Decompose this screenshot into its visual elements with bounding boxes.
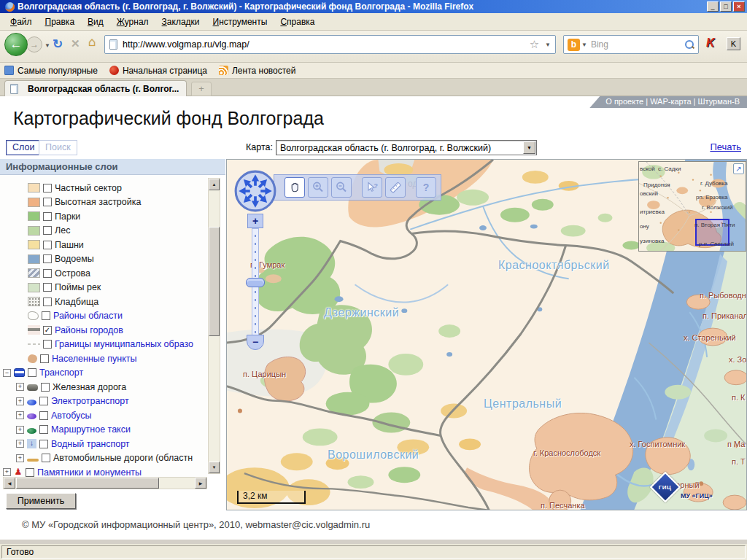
layer-checkbox[interactable] bbox=[41, 383, 50, 392]
bookmark-item[interactable]: Начальная страница bbox=[109, 66, 207, 76]
measure-tool-button[interactable] bbox=[385, 177, 406, 198]
print-link[interactable]: Печать bbox=[710, 141, 741, 152]
plus-box-icon[interactable]: + bbox=[16, 426, 24, 434]
zoom-out-tool-button[interactable] bbox=[331, 177, 352, 198]
layer-row[interactable]: Районы области bbox=[0, 309, 207, 324]
pan-compass-icon[interactable] bbox=[233, 168, 278, 214]
bookmark-item[interactable]: Самые популярные bbox=[4, 66, 98, 76]
layer-row[interactable]: +Водный транспорт bbox=[0, 437, 207, 451]
bookmark-star-icon[interactable]: ☆ bbox=[530, 38, 539, 51]
layer-row[interactable]: Границы муниципальных образо bbox=[0, 338, 207, 352]
map-viewport[interactable]: ?? + − bbox=[226, 159, 747, 510]
layer-row[interactable]: Населенные пункты bbox=[0, 351, 207, 366]
layer-checkbox[interactable] bbox=[39, 440, 48, 448]
scroll-down-button[interactable]: ▼ bbox=[209, 462, 220, 473]
search-magnifier-icon[interactable] bbox=[684, 39, 694, 50]
layer-checkbox[interactable] bbox=[43, 212, 52, 221]
layer-checkbox[interactable] bbox=[43, 184, 52, 192]
minimap-expand-icon[interactable]: ↗ bbox=[733, 163, 744, 174]
tab-search[interactable]: Поиск bbox=[39, 140, 77, 155]
layer-row[interactable]: Пашни bbox=[0, 238, 207, 252]
layer-row[interactable]: Острова bbox=[0, 266, 207, 281]
layer-checkbox[interactable] bbox=[26, 468, 34, 477]
plus-box-icon[interactable]: + bbox=[3, 468, 11, 476]
close-button[interactable]: × bbox=[733, 1, 745, 12]
layer-checkbox[interactable] bbox=[43, 298, 52, 306]
scroll-right-button[interactable]: ▶ bbox=[195, 478, 206, 489]
reload-button[interactable]: ↻ bbox=[53, 36, 63, 52]
menu-item[interactable]: Инструменты bbox=[207, 15, 274, 29]
layer-label[interactable]: Районы городов bbox=[55, 325, 123, 335]
layer-checkbox[interactable] bbox=[28, 368, 36, 377]
maximize-button[interactable]: □ bbox=[720, 1, 732, 12]
layer-label[interactable]: Транспорт bbox=[39, 368, 83, 378]
plus-box-icon[interactable]: + bbox=[16, 440, 24, 448]
search-input[interactable]: Bing bbox=[591, 39, 684, 50]
layer-checkbox[interactable] bbox=[43, 241, 52, 249]
horizontal-scrollbar[interactable]: ◀ ▶ bbox=[3, 477, 207, 489]
apply-button[interactable]: Применить bbox=[6, 493, 76, 509]
menu-item[interactable]: Файл bbox=[4, 15, 38, 29]
layer-row[interactable]: Поймы рек bbox=[0, 281, 207, 295]
plus-box-icon[interactable]: + bbox=[16, 383, 24, 391]
map-select-value[interactable]: Волгоградская область (г. Волгоград, г. … bbox=[276, 143, 523, 153]
menu-item[interactable]: Справка bbox=[274, 15, 320, 29]
layer-checkbox[interactable] bbox=[39, 397, 48, 405]
bookmark-item[interactable]: Лента новостей bbox=[219, 66, 296, 76]
scroll-up-button[interactable]: ▲ bbox=[209, 179, 220, 190]
layer-row[interactable]: +Железная дорога bbox=[0, 380, 207, 394]
layer-label[interactable]: Границы муниципальных образо bbox=[55, 339, 193, 349]
url-text[interactable]: http://www.volgmap.ru/vlg.map/ bbox=[123, 39, 527, 50]
active-tab[interactable]: Волгоградская область (г. Волгог... bbox=[4, 80, 187, 96]
layer-row[interactable]: Кладбища bbox=[0, 295, 207, 309]
plus-box-icon[interactable]: + bbox=[16, 411, 24, 419]
layer-checkbox[interactable]: ✓ bbox=[43, 326, 52, 335]
bing-icon[interactable]: b bbox=[568, 39, 580, 51]
layer-row[interactable]: Парки bbox=[0, 209, 207, 224]
overview-minimap[interactable]: ↗ вскойс. СадкиПридоньяг. Дубовкаовскийр… bbox=[638, 161, 746, 252]
horizontal-scroll-thumb[interactable] bbox=[16, 478, 159, 489]
layer-row[interactable]: Водоемы bbox=[0, 252, 207, 267]
identify-tool-button[interactable]: ? bbox=[362, 177, 382, 198]
tab-layers[interactable]: Слои bbox=[6, 140, 41, 155]
url-dropdown-icon[interactable]: ▼ bbox=[545, 42, 551, 48]
vertical-scrollbar[interactable]: ▲ ▼ bbox=[208, 178, 220, 474]
stop-button[interactable]: ✕ bbox=[71, 37, 80, 50]
menu-item[interactable]: Правка bbox=[39, 15, 81, 29]
new-tab-button[interactable]: + bbox=[191, 82, 212, 96]
scroll-left-button[interactable]: ◀ bbox=[4, 478, 15, 489]
help-tool-button[interactable]: ? bbox=[416, 177, 436, 198]
layer-checkbox[interactable] bbox=[43, 226, 52, 235]
forward-button[interactable]: → bbox=[26, 36, 42, 52]
history-dropdown-icon[interactable]: ▼ bbox=[44, 42, 50, 49]
menu-item[interactable]: Вид bbox=[82, 15, 109, 29]
url-bar[interactable]: http://www.volgmap.ru/vlg.map/ ☆ ▼ bbox=[104, 35, 556, 54]
zoom-in-tool-button[interactable] bbox=[308, 177, 328, 198]
layer-row[interactable]: +Памятники и монументы bbox=[0, 465, 207, 477]
layer-checkbox[interactable] bbox=[40, 354, 49, 363]
layer-checkbox[interactable] bbox=[39, 411, 48, 420]
layer-row[interactable]: +Автомобильные дороги (областн bbox=[0, 451, 207, 466]
layer-checkbox[interactable] bbox=[43, 198, 52, 206]
layer-checkbox[interactable] bbox=[42, 454, 50, 462]
zoom-slider-thumb[interactable] bbox=[246, 278, 265, 287]
layer-checkbox[interactable] bbox=[43, 340, 52, 349]
menu-item[interactable]: Журнал bbox=[111, 15, 155, 29]
keyboard-layout-button[interactable]: K bbox=[727, 37, 740, 50]
select-arrow-icon[interactable]: ▼ bbox=[523, 141, 535, 154]
layer-row[interactable]: Высотная застройка bbox=[0, 195, 207, 210]
menu-item[interactable]: Закладки bbox=[156, 15, 206, 29]
minimize-button[interactable]: _ bbox=[707, 1, 719, 12]
layer-row[interactable]: Лес bbox=[0, 224, 207, 238]
layer-row[interactable]: +Электротранспорт bbox=[0, 394, 207, 409]
plus-box-icon[interactable]: + bbox=[16, 397, 24, 405]
kaspersky-icon[interactable]: K bbox=[706, 36, 715, 50]
search-engine-dropdown-icon[interactable]: ▼ bbox=[581, 42, 587, 48]
layer-row[interactable]: +Автобусы bbox=[0, 408, 207, 423]
layer-checkbox[interactable] bbox=[42, 311, 50, 320]
map-select[interactable]: Волгоградская область (г. Волгоград, г. … bbox=[276, 140, 537, 155]
back-button[interactable]: ← bbox=[4, 33, 28, 56]
layer-checkbox[interactable] bbox=[43, 254, 52, 263]
layer-row[interactable]: Частный сектор bbox=[0, 181, 207, 195]
header-links[interactable]: О проекте | WAP-карта | Штурман-В bbox=[589, 96, 747, 108]
